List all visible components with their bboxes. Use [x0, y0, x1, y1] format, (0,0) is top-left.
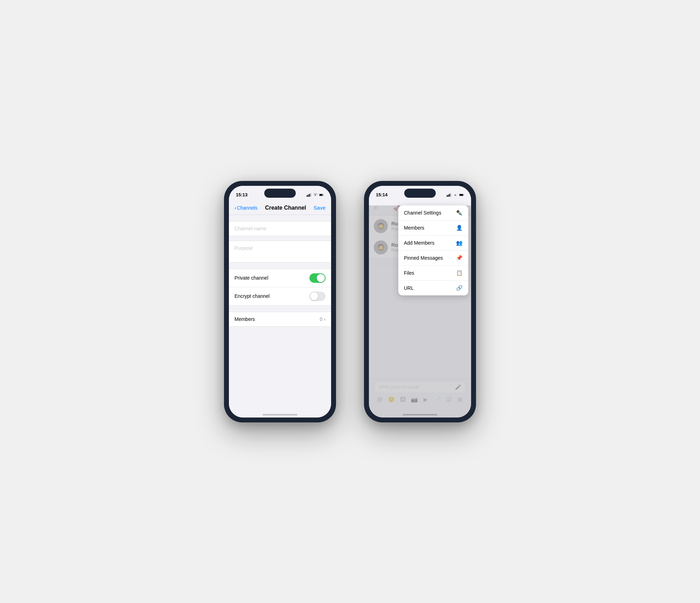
encrypt-channel-knob — [310, 292, 318, 300]
battery-icon — [319, 192, 324, 197]
svg-rect-5 — [320, 194, 322, 196]
encrypt-channel-row: Encrypt channel — [229, 287, 331, 305]
phone-2: 15:14 — [364, 181, 476, 422]
dynamic-island-1 — [264, 189, 296, 198]
members-row[interactable]: Members 0 › — [229, 312, 331, 326]
pinned-messages-label: Pinned Messages — [404, 255, 443, 261]
purpose-input-row[interactable] — [229, 241, 331, 262]
svg-rect-9 — [450, 193, 451, 197]
back-button[interactable]: ‹ Channels — [234, 205, 258, 211]
channel-settings-icon: ✒️ — [456, 210, 463, 216]
signal-icon — [307, 192, 312, 197]
url-icon: 🔗 — [456, 285, 463, 291]
svg-rect-2 — [309, 194, 310, 197]
chevron-right-icon: › — [324, 316, 326, 322]
dropdown-members[interactable]: Members 👤 — [398, 220, 468, 236]
dropdown-menu: Channel Settings ✒️ Members 👤 Add Member… — [398, 205, 468, 295]
svg-rect-6 — [447, 195, 448, 197]
pinned-messages-icon: 📌 — [456, 255, 463, 261]
members-icon: 👤 — [456, 225, 463, 231]
encrypt-channel-label: Encrypt channel — [234, 293, 270, 299]
svg-rect-11 — [460, 194, 463, 196]
add-members-icon: 👥 — [456, 240, 463, 246]
status-time-2: 15:14 — [376, 192, 387, 197]
status-time-1: 15:13 — [236, 192, 247, 197]
svg-rect-8 — [449, 194, 450, 197]
dropdown-channel-settings[interactable]: Channel Settings ✒️ — [398, 205, 468, 220]
status-icons-1 — [307, 192, 324, 197]
save-button[interactable]: Save — [314, 205, 326, 211]
status-icons-2 — [447, 192, 464, 197]
home-bar-1 — [262, 414, 298, 415]
dynamic-island-2 — [404, 189, 436, 198]
channel-name-input-row[interactable] — [229, 222, 331, 236]
phone-1: 15:13 — [224, 181, 336, 422]
members-section: Members 0 › — [229, 312, 331, 327]
battery-icon-2 — [459, 192, 464, 197]
private-channel-knob — [317, 274, 325, 282]
back-label: Channels — [237, 205, 258, 211]
dropdown-files[interactable]: Files 📋 — [398, 266, 468, 281]
members-count: 0 › — [320, 316, 326, 322]
channel-settings-label: Channel Settings — [404, 210, 441, 216]
private-channel-toggle[interactable] — [309, 273, 326, 283]
status-bar-2: 15:14 — [369, 186, 471, 202]
members-label-dd: Members — [404, 225, 424, 231]
dropdown-pinned-messages[interactable]: Pinned Messages 📌 — [398, 251, 468, 266]
private-channel-label: Private channel — [234, 275, 268, 281]
chevron-left-icon: ‹ — [234, 205, 236, 211]
encrypt-channel-toggle[interactable] — [309, 292, 326, 301]
home-indicator-1 — [229, 408, 331, 418]
add-members-label: Add Members — [404, 240, 434, 246]
dropdown-add-members[interactable]: Add Members 👥 — [398, 236, 468, 251]
svg-rect-0 — [307, 195, 308, 197]
url-label: URL — [404, 285, 414, 291]
purpose-section — [229, 241, 331, 262]
channel-name-section — [229, 221, 331, 236]
status-bar-1: 15:13 — [229, 186, 331, 202]
create-channel-content: Private channel Encrypt channel Members — [229, 215, 331, 408]
private-channel-row: Private channel — [229, 269, 331, 287]
files-label: Files — [404, 270, 414, 276]
svg-rect-3 — [310, 193, 312, 197]
wifi-icon — [313, 192, 318, 197]
purpose-input[interactable] — [234, 245, 326, 257]
toggles-section: Private channel Encrypt channel — [229, 269, 331, 306]
channel-name-input[interactable] — [234, 226, 326, 231]
members-label: Members — [234, 316, 255, 322]
wifi-icon-2 — [453, 192, 458, 197]
page-title: Create Channel — [265, 205, 306, 211]
svg-rect-1 — [308, 195, 309, 197]
dropdown-url[interactable]: URL 🔗 — [398, 281, 468, 295]
signal-icon-2 — [447, 192, 451, 197]
files-icon: 📋 — [456, 270, 463, 276]
svg-rect-7 — [448, 195, 449, 197]
nav-bar-1: ‹ Channels Create Channel Save — [229, 202, 331, 215]
